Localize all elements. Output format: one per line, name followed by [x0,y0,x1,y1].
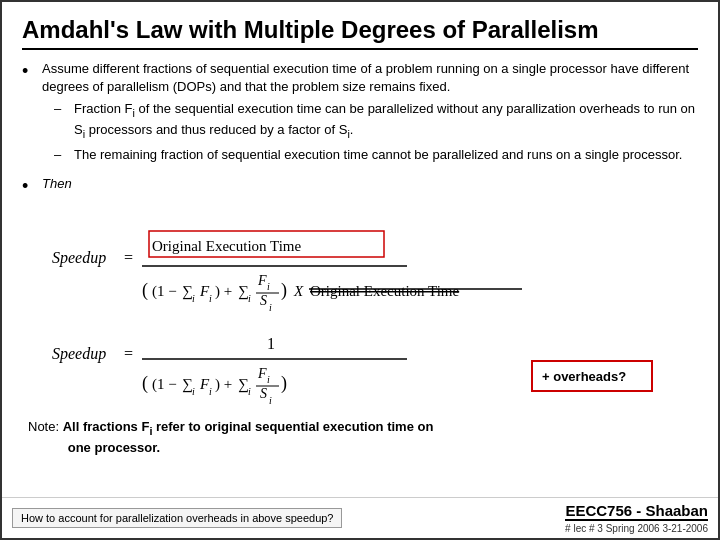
bullet-1-text: Assume different fractions of sequential… [42,60,698,168]
svg-text:+ overheads?: + overheads? [542,369,626,384]
svg-text:): ) [281,280,287,301]
svg-text:X: X [293,283,304,299]
slide: Amdahl's Law with Multiple Degrees of Pa… [0,0,720,540]
formula-area: Speedup = Original Execution Time ( (1 −… [42,201,698,414]
then-bullet-marker: • [22,176,38,197]
note-section: Note: All fractions Fi refer to original… [22,418,698,457]
sub-bullet-2-text: The remaining fraction of sequential exe… [74,146,682,164]
svg-text:i: i [269,395,272,406]
svg-text:i: i [248,293,251,304]
svg-text:i: i [269,302,272,313]
svg-text:1: 1 [267,335,275,352]
svg-text:(: ( [142,280,148,301]
bottom-bar: How to account for parallelization overh… [2,497,718,538]
bullet-1: • Assume different fractions of sequenti… [22,60,698,168]
bottom-slide-num: # lec # 3 Spring 2006 3-21-2006 [565,523,708,534]
svg-text:S: S [260,293,267,308]
svg-text:(1 −: (1 − [152,283,177,300]
svg-text:F: F [257,273,267,288]
dash-1: – [54,100,70,118]
bottom-right: EECC756 - Shaaban # lec # 3 Spring 2006 … [565,502,708,534]
note-prefix: Note: [28,419,63,434]
svg-text:Original Execution Time: Original Execution Time [152,238,302,254]
svg-text:S: S [260,386,267,401]
svg-text:i: i [267,281,270,292]
svg-text:=: = [124,345,133,362]
sub-bullet-1: – Fraction Fi of the sequential executio… [54,100,698,142]
svg-text:F: F [257,366,267,381]
content-area: • Assume different fractions of sequenti… [22,60,698,457]
svg-text:Speedup: Speedup [52,345,106,363]
svg-text:Original Execution Time: Original Execution Time [310,283,460,299]
formulas-svg: Speedup = Original Execution Time ( (1 −… [42,201,702,411]
dash-2: – [54,146,70,164]
svg-text:i: i [192,386,195,397]
bullet-1-content: Assume different fractions of sequential… [42,61,689,94]
svg-text:(: ( [142,373,148,394]
svg-text:i: i [209,386,212,397]
svg-text:): ) [281,373,287,394]
svg-text:Speedup: Speedup [52,249,106,267]
svg-text:) +: ) + [215,283,232,300]
slide-title: Amdahl's Law with Multiple Degrees of Pa… [22,16,698,50]
svg-text:) +: ) + [215,376,232,393]
note-bold-text: All fractions Fi refer to original seque… [28,419,433,455]
bullet-1-marker: • [22,60,38,83]
svg-text:i: i [192,293,195,304]
svg-text:i: i [267,374,270,385]
svg-text:i: i [248,386,251,397]
sub-bullet-2: – The remaining fraction of sequential e… [54,146,698,164]
bottom-question: How to account for parallelization overh… [12,508,342,528]
svg-text:i: i [209,293,212,304]
sub-bullet-1-text: Fraction Fi of the sequential execution … [74,100,698,142]
svg-text:=: = [124,249,133,266]
then-text: Then [42,176,72,191]
then-section: • Then [22,174,698,197]
bottom-logo: EECC756 - Shaaban [565,502,708,521]
sub-bullets: – Fraction Fi of the sequential executio… [54,100,698,164]
svg-text:(1 −: (1 − [152,376,177,393]
